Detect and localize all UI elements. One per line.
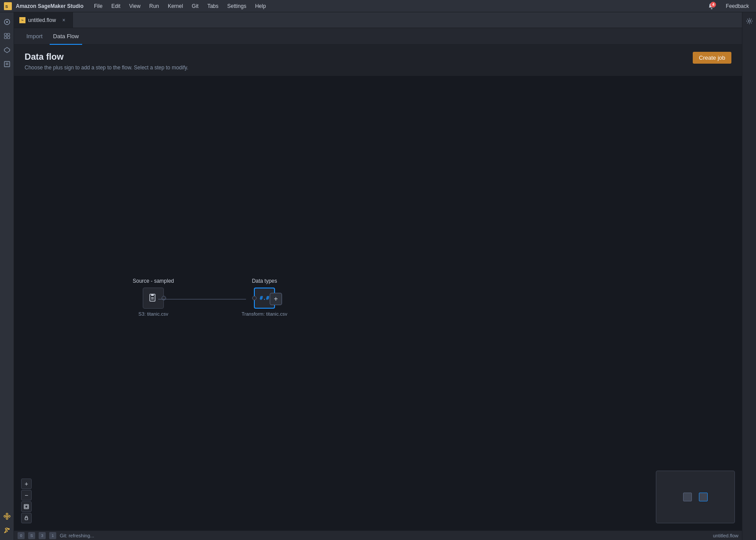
menu-run[interactable]: Run	[146, 2, 163, 10]
menu-file[interactable]: File	[90, 2, 106, 10]
file-tab[interactable]: ~ untitled.flow ×	[14, 12, 73, 28]
source-node-box[interactable]	[143, 288, 164, 309]
minimap-node-source	[683, 493, 692, 501]
sub-tab-bar: Import Data Flow	[14, 28, 742, 45]
status-bar: 0 S 3 1 Git: refreshing... untitled.flow	[14, 530, 742, 540]
menu-edit[interactable]: Edit	[108, 2, 124, 10]
svg-point-14	[6, 518, 8, 519]
source-node-sublabel: S3: titanic.csv	[138, 311, 168, 317]
app-logo: S	[4, 2, 12, 11]
page-header: Data flow Choose the plus sign to add a …	[14, 45, 742, 76]
app-title: Amazon SageMaker Studio	[16, 3, 83, 9]
menu-tabs[interactable]: Tabs	[204, 2, 222, 10]
source-node-label: Source - sampled	[133, 278, 174, 284]
flow-connector-line	[158, 299, 246, 299]
status-indicator-1: 1	[49, 532, 56, 539]
svg-point-3	[6, 21, 8, 23]
svg-rect-4	[4, 33, 7, 36]
settings-icon-button[interactable]	[744, 16, 755, 26]
source-connector-right[interactable]	[162, 296, 166, 300]
menu-settings[interactable]: Settings	[224, 2, 250, 10]
status-filename: untitled.flow	[713, 533, 738, 538]
svg-text:S: S	[5, 4, 8, 8]
notification-bell[interactable]: 4	[706, 1, 717, 11]
page-subtitle: Choose the plus sign to add a step to th…	[25, 65, 188, 71]
add-node-button[interactable]: +	[270, 293, 282, 305]
menu-git[interactable]: Git	[188, 2, 202, 10]
svg-point-26	[748, 20, 750, 22]
menu-bar: S Amazon SageMaker Studio File Edit View…	[0, 0, 756, 12]
svg-rect-9	[4, 61, 10, 67]
svg-point-12	[4, 515, 6, 517]
status-indicator-3: 3	[39, 532, 46, 539]
sidebar-icon-files[interactable]	[1, 58, 13, 70]
page-content: Data flow Choose the plus sign to add a …	[14, 45, 742, 530]
menu-help[interactable]: Help	[252, 2, 270, 10]
svg-rect-5	[7, 33, 10, 36]
tab-data-flow[interactable]: Data Flow	[50, 29, 83, 45]
svg-marker-8	[4, 47, 10, 53]
tab-close-button[interactable]: ×	[60, 17, 67, 24]
svg-point-18	[8, 528, 10, 530]
feedback-button[interactable]: Feedback	[722, 2, 752, 10]
datatypes-node-sublabel: Transform: titanic.csv	[242, 311, 287, 317]
datatypes-node-label: Data types	[252, 278, 277, 284]
svg-point-13	[6, 513, 8, 515]
tab-label: untitled.flow	[28, 17, 56, 23]
datatypes-connector-left[interactable]	[252, 296, 257, 300]
sidebar-icon-home[interactable]	[1, 16, 13, 28]
svg-rect-24	[25, 505, 28, 508]
status-indicator-0: 0	[18, 532, 25, 539]
svg-rect-6	[4, 36, 7, 39]
sidebar-icon-source[interactable]	[1, 30, 13, 42]
status-indicator-s: S	[28, 532, 35, 539]
svg-rect-25	[25, 518, 28, 520]
menu-kernel[interactable]: Kernel	[164, 2, 187, 10]
tab-bar: ~ untitled.flow ×	[14, 12, 742, 28]
tab-file-icon: ~	[19, 17, 25, 23]
svg-rect-7	[7, 36, 10, 39]
menu-view[interactable]: View	[126, 2, 144, 10]
sidebar-icon-experiments[interactable]	[1, 44, 13, 56]
minimap	[656, 471, 735, 523]
page-header-left: Data flow Choose the plus sign to add a …	[25, 52, 188, 71]
minimap-node-datatypes	[699, 493, 708, 501]
page-title: Data flow	[25, 52, 188, 62]
notification-badge: 4	[710, 2, 716, 7]
content-area: ~ untitled.flow × Import Data Flow Data …	[14, 12, 742, 540]
flow-canvas[interactable]: Source - sampled S3: titanic.csv	[14, 76, 742, 530]
create-job-button[interactable]: Create job	[693, 52, 731, 64]
zoom-in-button[interactable]: +	[21, 479, 32, 489]
svg-rect-20	[151, 294, 154, 296]
zoom-out-button[interactable]: −	[21, 490, 32, 500]
tab-import[interactable]: Import	[23, 29, 46, 45]
git-status-text: Git: refreshing...	[60, 533, 94, 538]
zoom-lock-button[interactable]	[21, 513, 32, 523]
zoom-controls: + −	[21, 479, 32, 523]
left-sidebar	[0, 12, 14, 540]
zoom-fit-button[interactable]	[21, 501, 32, 512]
flow-node-source: Source - sampled S3: titanic.csv	[133, 278, 174, 317]
main-layout: ~ untitled.flow × Import Data Flow Data …	[0, 12, 756, 540]
sidebar-icon-tools[interactable]	[1, 524, 13, 536]
sidebar-icon-pipeline[interactable]	[1, 510, 13, 522]
svg-point-15	[8, 515, 10, 517]
right-panel	[742, 12, 756, 540]
